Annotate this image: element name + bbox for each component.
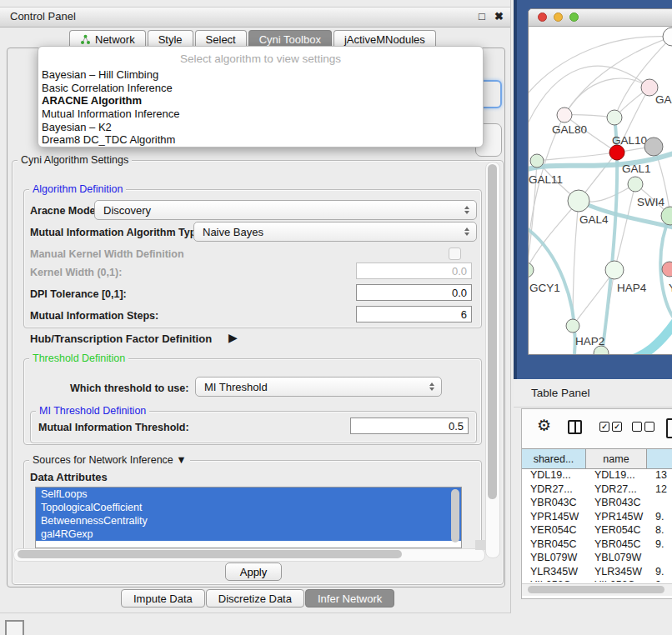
network-node[interactable] (661, 207, 672, 225)
close-panel-icon[interactable]: ✖ (494, 10, 504, 22)
collapse-down-icon[interactable]: ▼ (176, 454, 186, 466)
network-edge[interactable] (537, 152, 617, 161)
dpi-tolerance-field[interactable] (356, 284, 472, 301)
node-label: GAL4 (579, 213, 609, 226)
which-threshold-combo[interactable]: MI Threshold (195, 377, 442, 397)
table-row[interactable]: YBR045CYBR045C9. (522, 538, 672, 552)
table-row[interactable]: YDL19...YDL19...13 (522, 468, 672, 482)
network-window[interactable]: GALGAL80GAL10GAL1GAL11SWI4GAL4GCY1HAP4YH… (528, 8, 672, 355)
float-panel-icon[interactable]: □ (479, 10, 485, 22)
tab-discretize-data[interactable]: Discretize Data (206, 589, 304, 608)
network-node-hap2[interactable] (566, 319, 579, 332)
table-row[interactable]: YDR27...YDR27...12 (522, 482, 672, 497)
apply-button[interactable]: Apply (225, 562, 282, 581)
network-edge[interactable] (573, 201, 579, 326)
mi-type-label: Mutual Information Algorithm Type: (30, 227, 205, 238)
settings-vscrollbar-thumb[interactable] (488, 164, 497, 499)
tab-infer-network[interactable]: Infer Network (305, 589, 394, 608)
dropdown-option[interactable]: Bayesian – Hill Climbing (38, 68, 483, 82)
attribute-item[interactable]: gal4RGexp (36, 528, 461, 541)
mi-algorithm-type-combo[interactable]: Naive Bayes (193, 222, 477, 242)
bottom-tab-bar: Impute DataDiscretize DataInfer Network (121, 589, 395, 608)
dropdown-option[interactable]: ARACNE Algorithm (38, 94, 483, 108)
network-window-titlebar[interactable] (529, 9, 672, 27)
network-node[interactable] (644, 138, 663, 156)
export-table-icon[interactable] (666, 418, 672, 438)
table-cell: YDL19... (522, 468, 586, 482)
table-cell: YBL079W (522, 551, 586, 565)
table-panel-title: Table Panel (531, 387, 590, 399)
mi-threshold-field[interactable] (350, 418, 469, 434)
close-traffic-light[interactable] (538, 12, 547, 22)
aracne-mode-combo[interactable]: Discovery (94, 200, 477, 220)
column-visibility-icon[interactable] (568, 420, 582, 434)
table-header-row: shared...nameA (522, 448, 672, 469)
table-row[interactable]: YER054CYER054C8. (522, 523, 672, 538)
network-node-swi4[interactable] (628, 177, 643, 192)
dropdown-option[interactable]: Bayesian – K2 (38, 121, 483, 134)
table-cell: YLR345W (586, 565, 647, 579)
list-scrollbar[interactable] (451, 489, 459, 542)
dropdown-option[interactable]: Basic Correlation Inference (38, 82, 483, 95)
tab-label: jActiveMNodules (344, 33, 425, 46)
data-attributes-list[interactable]: SelfLoopsTopologicalCoefficientBetweenne… (35, 487, 462, 548)
node-label: GAL11 (529, 173, 563, 186)
network-node-gcy1[interactable] (529, 262, 534, 278)
manual-kernel-checkbox[interactable] (449, 248, 461, 260)
dropdown-option[interactable]: Mutual Information Inference (38, 108, 483, 121)
combo-arrows-icon (464, 206, 469, 214)
minimized-panel-icon[interactable] (5, 620, 24, 635)
combo-value: Discovery (103, 204, 151, 217)
settings-hscrollbar-thumb[interactable] (18, 550, 402, 558)
combo-arrows-icon (464, 228, 469, 236)
group-title: Algorithm Definition (29, 183, 126, 195)
tab-impute-data[interactable]: Impute Data (121, 589, 205, 608)
table-row[interactable]: YLR345WYLR345W9. (522, 565, 672, 579)
table-cell: YBR043C (586, 496, 647, 510)
hub-definition-label: Hub/Transcription Factor Definition (30, 332, 212, 345)
network-canvas[interactable]: GALGAL80GAL10GAL1GAL11SWI4GAL4GCY1HAP4YH… (529, 27, 672, 354)
column-header[interactable]: name (586, 449, 647, 468)
network-node-gal4[interactable] (568, 190, 589, 212)
column-header[interactable]: shared... (522, 449, 586, 468)
table-row[interactable]: YIL052CYIL052C9 (522, 578, 672, 582)
control-panel-titlebar: Control Panel □ ✖ (0, 7, 510, 28)
mi-steps-field[interactable] (356, 306, 472, 322)
attribute-item[interactable]: TopologicalCoefficient (36, 501, 461, 514)
combo-value: Naive Bayes (203, 226, 263, 238)
kernel-width-field[interactable] (356, 262, 472, 279)
network-edge[interactable] (622, 315, 672, 354)
minimize-traffic-light[interactable] (554, 12, 563, 22)
attribute-item[interactable]: BetweennessCentrality (36, 514, 461, 528)
network-node-gal80[interactable] (557, 108, 572, 122)
table-row[interactable]: YBL079WYBL079W (522, 551, 672, 565)
network-node-hap4[interactable] (605, 261, 624, 279)
expand-right-icon[interactable]: ▶ (228, 331, 238, 344)
network-node-gal10[interactable] (607, 110, 622, 125)
network-node[interactable] (663, 28, 672, 46)
network-node-y[interactable] (662, 262, 672, 277)
table-row[interactable]: YPR145WYPR145W9. (522, 510, 672, 524)
network-node-gal11[interactable] (530, 154, 544, 168)
select-all-rows-icon[interactable]: ✓✓ (599, 422, 622, 432)
tab-select[interactable]: Select (195, 30, 247, 48)
table-cell: YDR27... (522, 482, 586, 497)
tab-cyni-toolbox[interactable]: Cyni Toolbox (248, 30, 332, 48)
attribute-item[interactable]: SelfLoops (36, 488, 461, 501)
node-label: GAL (655, 93, 672, 106)
network-node-gal1[interactable] (609, 145, 624, 160)
table-cell: YDL19... (586, 468, 647, 482)
tab-style[interactable]: Style (148, 30, 193, 48)
tab-label: Network (95, 33, 135, 46)
zoom-traffic-light[interactable] (569, 12, 579, 22)
dropdown-option[interactable]: Dream8 DC_TDC Algorithm (38, 133, 483, 147)
table-hscrollbar-track[interactable] (522, 583, 672, 596)
table-row[interactable]: YBR043CYBR043C (522, 496, 672, 510)
deselect-all-rows-icon[interactable] (632, 422, 654, 432)
tab-network[interactable]: Network (69, 30, 146, 48)
table-hscrollbar-thumb[interactable] (528, 586, 664, 593)
table-settings-gear-icon[interactable]: ⚙ (537, 418, 551, 433)
column-header[interactable]: A (647, 449, 672, 468)
tab-jactivemnodules[interactable]: jActiveMNodules (333, 30, 436, 48)
group-title: Sources for Network Inference ▼ (29, 454, 190, 466)
